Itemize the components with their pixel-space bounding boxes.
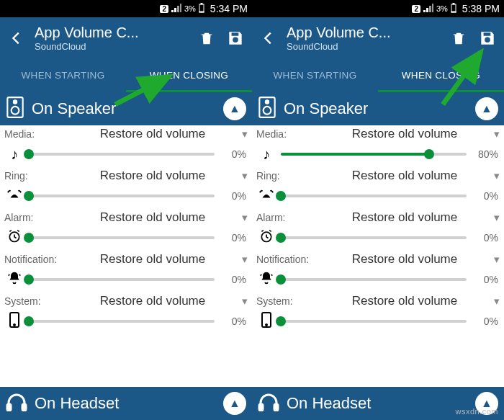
- delete-button[interactable]: [196, 27, 217, 49]
- chevron-up-icon: ▲: [229, 102, 240, 115]
- svg-point-20: [264, 107, 271, 115]
- svg-point-16: [485, 37, 490, 43]
- svg-point-10: [14, 324, 15, 326]
- page-title: App Volume C...: [35, 24, 189, 41]
- section-label: On Speaker: [32, 99, 216, 118]
- svg-rect-25: [274, 404, 278, 411]
- svg-rect-13: [451, 4, 456, 12]
- volume-percent: 0%: [219, 190, 248, 202]
- volume-list: Media:Restore old volume▾♪0%Ring:Restore…: [0, 125, 252, 387]
- row-mode-dropdown[interactable]: Restore old volume: [324, 252, 485, 267]
- alarm-icon: [256, 229, 276, 247]
- volume-percent: 0%: [219, 316, 248, 327]
- row-label: Media:: [256, 128, 324, 140]
- svg-point-3: [233, 37, 238, 43]
- row-label: Media:: [4, 128, 72, 140]
- signal-icon: [171, 4, 181, 14]
- section-on-speaker[interactable]: On Speaker▲: [252, 92, 504, 125]
- volume-row-note: Media:Restore old volume▾♪80%: [252, 125, 504, 167]
- speaker-icon: [258, 96, 276, 122]
- volume-slider[interactable]: [29, 320, 215, 323]
- tab-when-closing[interactable]: WHEN CLOSING: [126, 59, 252, 91]
- headset-icon: [258, 393, 279, 414]
- chevron-up-icon: ▲: [481, 102, 492, 115]
- volume-percent: 80%: [471, 148, 500, 160]
- chevron-down-icon: ▾: [233, 253, 248, 266]
- volume-slider[interactable]: [281, 278, 467, 281]
- chevron-down-icon: ▾: [485, 128, 500, 140]
- chevron-down-icon: ▾: [485, 211, 500, 224]
- tab-when-starting[interactable]: WHEN STARTING: [0, 59, 126, 91]
- save-button[interactable]: [225, 27, 246, 49]
- row-label: Notification:: [4, 254, 72, 265]
- volume-list: Media:Restore old volume▾♪80%Ring:Restor…: [252, 125, 504, 387]
- section-on-headset[interactable]: On Headset▲: [0, 387, 252, 420]
- headset-icon: [6, 393, 27, 414]
- row-mode-dropdown[interactable]: Restore old volume: [324, 294, 485, 308]
- row-label: System:: [4, 295, 72, 307]
- row-mode-dropdown[interactable]: Restore old volume: [72, 210, 233, 225]
- tab-when-starting[interactable]: WHEN STARTING: [252, 59, 378, 91]
- volume-percent: 0%: [219, 274, 248, 285]
- collapse-button[interactable]: ▲: [475, 97, 498, 120]
- row-mode-dropdown[interactable]: Restore old volume: [72, 127, 233, 141]
- row-mode-dropdown[interactable]: Restore old volume: [324, 210, 485, 225]
- chevron-down-icon: ▾: [485, 253, 500, 266]
- delete-button[interactable]: [448, 27, 469, 49]
- svg-rect-15: [451, 12, 456, 12]
- status-bar: 23%5:34 PM: [0, 0, 252, 17]
- back-button[interactable]: [258, 27, 279, 49]
- volume-slider[interactable]: [29, 195, 215, 197]
- back-button[interactable]: [6, 27, 27, 49]
- save-button[interactable]: [477, 27, 498, 49]
- volume-slider[interactable]: [281, 236, 467, 239]
- row-mode-dropdown[interactable]: Restore old volume: [72, 169, 233, 183]
- tab-bar: WHEN STARTINGWHEN CLOSING: [0, 59, 252, 92]
- chevron-down-icon: ▾: [233, 128, 248, 140]
- row-mode-dropdown[interactable]: Restore old volume: [72, 252, 233, 267]
- row-label: Alarm:: [256, 212, 324, 223]
- chevron-up-icon: ▲: [229, 397, 240, 410]
- row-mode-dropdown[interactable]: Restore old volume: [324, 169, 485, 183]
- volume-slider[interactable]: [281, 320, 467, 323]
- chevron-down-icon: ▾: [485, 295, 500, 308]
- volume-slider[interactable]: [281, 195, 467, 197]
- app-bar: App Volume C...SoundCloud: [252, 17, 504, 59]
- volume-row-note: Media:Restore old volume▾♪0%: [0, 125, 252, 167]
- battery-icon: [199, 3, 204, 15]
- section-label: On Headset: [35, 394, 216, 413]
- volume-percent: 0%: [471, 190, 500, 202]
- svg-rect-12: [22, 404, 26, 411]
- volume-slider[interactable]: [281, 153, 467, 156]
- collapse-button[interactable]: ▲: [223, 97, 246, 120]
- volume-row-ring: Ring:Restore old volume▾0%: [0, 167, 252, 209]
- section-on-speaker[interactable]: On Speaker▲: [0, 92, 252, 125]
- svg-rect-11: [7, 404, 11, 411]
- page-subtitle: SoundCloud: [287, 41, 441, 52]
- chevron-down-icon: ▾: [233, 211, 248, 224]
- volume-slider[interactable]: [29, 278, 215, 281]
- volume-row-alarm: Alarm:Restore old volume▾0%: [252, 209, 504, 251]
- collapse-button[interactable]: ▲: [223, 392, 246, 415]
- row-mode-dropdown[interactable]: Restore old volume: [324, 127, 485, 141]
- chevron-down-icon: ▾: [233, 169, 248, 182]
- phone-icon: [256, 312, 276, 331]
- volume-slider[interactable]: [29, 236, 215, 239]
- tab-when-closing[interactable]: WHEN CLOSING: [378, 59, 504, 91]
- speaker-icon: [6, 96, 24, 122]
- battery-icon: [451, 3, 456, 15]
- note-icon: ♪: [4, 146, 24, 163]
- svg-point-7: [12, 107, 19, 115]
- row-mode-dropdown[interactable]: Restore old volume: [72, 294, 233, 308]
- ring-icon: [256, 188, 276, 205]
- svg-rect-4: [232, 32, 239, 35]
- alarm-icon: [4, 229, 24, 247]
- row-label: Alarm:: [4, 212, 72, 223]
- svg-rect-0: [199, 4, 204, 12]
- status-bar: 23%5:38 PM: [252, 0, 504, 17]
- phone-icon: [4, 312, 24, 331]
- row-label: Ring:: [4, 170, 72, 182]
- section-label: On Speaker: [284, 99, 468, 118]
- page-subtitle: SoundCloud: [35, 41, 189, 52]
- volume-slider[interactable]: [29, 153, 215, 156]
